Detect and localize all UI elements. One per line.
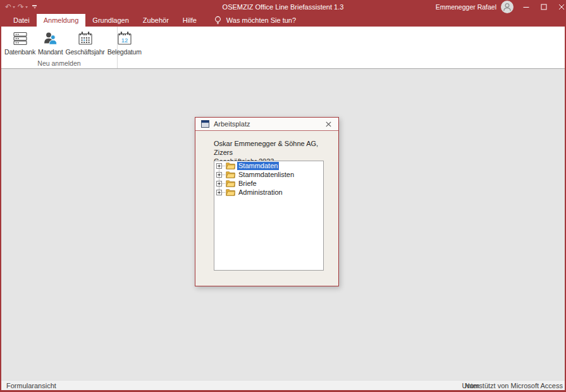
- company-name: Oskar Emmenegger & Söhne AG, Zizers: [214, 131, 338, 157]
- minimize-button[interactable]: [517, 0, 535, 14]
- expand-icon[interactable]: [216, 163, 222, 169]
- titlebar-right: Emmenegger Rafael: [436, 0, 565, 14]
- ribbon-group-neu-anmelden: Datenbank: [1, 27, 118, 68]
- folder-icon: [226, 188, 235, 196]
- tree-item-briefe[interactable]: Briefe: [216, 179, 323, 188]
- user-name[interactable]: Emmenegger Rafael: [436, 3, 496, 11]
- tab-datei[interactable]: Datei: [6, 14, 37, 27]
- main-content: Arbeitsplatz Oskar Emmenegger & Söhne AG…: [1, 70, 565, 380]
- access-branding: Unterstützt von Microsoft Access: [462, 382, 563, 389]
- tree-item-stammdaten[interactable]: Stammdaten: [216, 161, 323, 170]
- database-icon: [12, 30, 28, 47]
- tell-me-box[interactable]: Was möchten Sie tun?: [214, 14, 296, 27]
- user-avatar-icon[interactable]: [501, 1, 514, 13]
- expand-icon[interactable]: [216, 172, 222, 178]
- tree-connector: [222, 166, 225, 166]
- geschaeftsjahr-button[interactable]: Geschäftsjahr: [64, 28, 106, 56]
- form-icon: [201, 120, 209, 128]
- workspace-tree[interactable]: Stammdaten Stammdatenlisten Briefe: [214, 161, 324, 271]
- statusbar: Formularansicht Num Unterstützt von Micr…: [1, 380, 565, 392]
- tree-item-label: Stammdatenlisten: [237, 171, 295, 179]
- datenbank-button[interactable]: Datenbank: [3, 28, 37, 56]
- ribbon-tab-row: Datei Anmeldung Grundlagen Zubehör Hilfe…: [1, 14, 565, 27]
- arbeitsplatz-dialog: Arbeitsplatz Oskar Emmenegger & Söhne AG…: [195, 117, 339, 286]
- tab-zubehoer[interactable]: Zubehör: [136, 14, 176, 27]
- geschaeftsjahr-label: Geschäftsjahr: [65, 48, 104, 56]
- calendar-date-icon: 12: [116, 30, 133, 47]
- tab-anmeldung[interactable]: Anmeldung: [37, 14, 86, 27]
- belegdatum-button[interactable]: 12 Belegdatum: [106, 28, 143, 56]
- tab-hilfe[interactable]: Hilfe: [176, 14, 204, 27]
- dialog-title: Arbeitsplatz: [214, 120, 319, 128]
- dialog-titlebar: Arbeitsplatz: [195, 118, 338, 131]
- tell-me-label: Was möchten Sie tun?: [226, 16, 296, 24]
- tree-connector: [222, 192, 225, 193]
- tree-connector: [222, 183, 225, 184]
- tree-item-label: Briefe: [237, 180, 258, 188]
- folder-icon: [226, 171, 235, 178]
- expand-icon[interactable]: [216, 190, 222, 195]
- titlebar: ↶ ↷ OSEMZIZ Office Line Briefassistent 1…: [1, 0, 565, 14]
- mandant-label: Mandant: [38, 48, 63, 56]
- tree-item-label: Stammdaten: [237, 162, 279, 170]
- view-mode-label: Formularansicht: [6, 382, 56, 389]
- expand-icon[interactable]: [216, 181, 222, 187]
- tree-item-label: Administration: [237, 188, 284, 197]
- tree-connector: [222, 175, 225, 175]
- maximize-button[interactable]: [535, 0, 553, 14]
- calendar-grid-icon: [77, 30, 94, 47]
- clients-icon: [42, 30, 59, 47]
- ribbon-group-label: Neu anmelden: [1, 59, 117, 67]
- dialog-close-button[interactable]: [324, 119, 333, 128]
- tab-grundlagen[interactable]: Grundlagen: [85, 14, 136, 27]
- folder-icon: [226, 180, 235, 187]
- lightbulb-icon: [214, 16, 222, 25]
- close-button[interactable]: [553, 0, 566, 14]
- ribbon-buttons: Datenbank: [1, 27, 117, 56]
- tree-item-stammdatenlisten[interactable]: Stammdatenlisten: [216, 170, 323, 179]
- belegdatum-label: Belegdatum: [108, 48, 142, 56]
- folder-icon: [226, 162, 235, 169]
- app-window: ↶ ↷ OSEMZIZ Office Line Briefassistent 1…: [0, 0, 566, 392]
- ribbon: Datenbank: [1, 27, 565, 69]
- dialog-body: Oskar Emmenegger & Söhne AG, Zizers Gesc…: [195, 131, 338, 286]
- mandant-button[interactable]: Mandant: [37, 28, 64, 56]
- svg-text:12: 12: [121, 37, 128, 44]
- tree-item-administration[interactable]: Administration: [216, 188, 323, 197]
- datenbank-label: Datenbank: [4, 48, 35, 56]
